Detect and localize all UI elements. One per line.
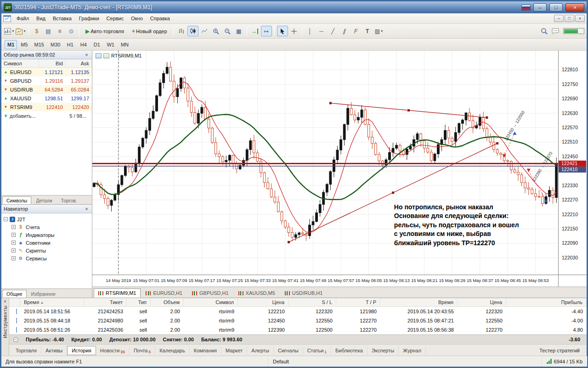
- timeframe-m30[interactable]: M30: [48, 40, 63, 49]
- market-watch-tab-details[interactable]: Детали: [32, 196, 56, 204]
- toolbox-toggle[interactable]: ⊙: [66, 26, 77, 36]
- search-button[interactable]: [538, 26, 549, 36]
- nav-item-experts[interactable]: +◆Советники: [4, 239, 92, 247]
- chart-tab-rtsrim9-m1[interactable]: RTSRIM9,M1: [94, 288, 141, 298]
- timeframe-d1[interactable]: D1: [90, 40, 103, 49]
- market-watch-row[interactable]: ▼USD/RUB64.528465.0284: [1, 85, 92, 94]
- history-row[interactable]: 2019.05.15 08:51:26212425036sell2.00rtsr…: [9, 325, 587, 334]
- text-tool-button[interactable]: T: [362, 26, 373, 36]
- market-watch-tab-symbols[interactable]: Символы: [2, 196, 31, 204]
- trend-line-handle[interactable]: [392, 191, 394, 194]
- chart-shift-button[interactable]: ↦: [261, 26, 272, 36]
- chart-tab-gbpusd-h1[interactable]: GBPUSD,H1: [187, 288, 233, 298]
- history-column-time_close[interactable]: Время: [380, 298, 458, 306]
- profiles-button[interactable]: ▾: [15, 26, 26, 36]
- tree-expand-icon[interactable]: +: [11, 233, 16, 237]
- column-symbol[interactable]: Символ: [1, 59, 39, 67]
- minimize-button[interactable]: –: [533, 3, 547, 12]
- trend-line-handle[interactable]: [407, 109, 410, 111]
- history-column-sl[interactable]: S / L: [288, 298, 336, 306]
- status-profile[interactable]: Default: [269, 356, 543, 367]
- history-column-time_open[interactable]: Время▲: [20, 298, 85, 306]
- toolbox-tab-mail[interactable]: Почта6: [130, 346, 155, 355]
- toolbox-tab-market[interactable]: Маркет: [221, 346, 247, 355]
- toolbox-tab-trade[interactable]: Торговля: [11, 346, 41, 355]
- horizontal-line-button[interactable]: ─: [316, 26, 327, 36]
- history-row[interactable]: 2019.05.15 08:44:18212424980sell2.00rtsr…: [9, 316, 587, 325]
- chart-tab-eurusd-h1[interactable]: EURUSD,H1: [141, 288, 187, 298]
- autoscroll-button[interactable]: →: [249, 26, 260, 36]
- toolbox-tab-calendar[interactable]: Календарь: [155, 346, 190, 355]
- history-column-symbol[interactable]: Символ: [184, 298, 238, 306]
- menu-insert[interactable]: Вставка: [49, 14, 75, 23]
- market-watch-close-icon[interactable]: ×: [84, 52, 90, 58]
- toolbox-tab-assets[interactable]: Активы: [41, 346, 67, 355]
- nav-item-scripts[interactable]: +✎Скрипты: [4, 247, 92, 254]
- zoom-in-button[interactable]: [210, 26, 221, 36]
- history-column-tp[interactable]: T / P: [336, 298, 380, 306]
- tree-expand-icon[interactable]: +: [11, 225, 16, 229]
- timeframe-m5[interactable]: M5: [18, 40, 30, 49]
- chart-tab-xauusd-m5[interactable]: XAUUSD,M5: [234, 288, 280, 298]
- tree-expand-icon[interactable]: +: [11, 248, 16, 253]
- strategy-tester-tab[interactable]: Тестер стратегий: [535, 348, 584, 353]
- candles-chart-button[interactable]: [187, 26, 198, 36]
- history-row[interactable]: 2019.05.14 18:51:56212424253sell2.00rtsr…: [9, 307, 587, 316]
- column-bid[interactable]: Bid: [39, 59, 66, 67]
- objects-button[interactable]: ▨▾: [373, 26, 384, 36]
- menu-view[interactable]: Вид: [33, 14, 49, 23]
- toolbox-tab-news[interactable]: Новости99: [96, 346, 130, 355]
- child-minimize-button[interactable]: –: [554, 15, 564, 22]
- new-chart-button[interactable]: ▾: [4, 26, 15, 36]
- timeframe-h4[interactable]: H4: [77, 40, 90, 49]
- trend-line-handle[interactable]: [288, 241, 290, 243]
- toolbox-tab-company[interactable]: Компания: [190, 346, 221, 355]
- toolbox-tab-history[interactable]: История: [67, 346, 96, 355]
- menu-help[interactable]: Справка: [147, 14, 174, 23]
- data-window-toggle[interactable]: ▤: [43, 26, 54, 36]
- crosshair-button[interactable]: [288, 26, 300, 36]
- collapse-summary-icon[interactable]: −: [13, 337, 18, 342]
- fibonacci-button[interactable]: F: [351, 26, 362, 36]
- maximize-button[interactable]: □: [549, 3, 563, 12]
- child-close-button[interactable]: ×: [575, 15, 585, 22]
- history-column-price_open[interactable]: Цена: [238, 298, 288, 306]
- timeframe-m1[interactable]: M1: [5, 40, 17, 49]
- close-button[interactable]: ×: [565, 3, 584, 12]
- nav-item-indicators[interactable]: +ƒИндикаторы: [4, 231, 92, 239]
- menu-charts[interactable]: Графики: [75, 14, 103, 23]
- navigator-tab-common[interactable]: Общие: [2, 290, 27, 298]
- tree-collapse-icon[interactable]: −: [4, 217, 8, 221]
- nav-item-accounts[interactable]: +$Счета: [4, 223, 92, 231]
- toolbox-tab-signals[interactable]: Сигналы: [274, 346, 303, 355]
- history-column-type[interactable]: Тип: [127, 298, 151, 306]
- timeframe-m15[interactable]: M15: [32, 40, 47, 49]
- history-column-profit[interactable]: Прибыль: [506, 298, 587, 306]
- channel-button[interactable]: ∥: [339, 26, 350, 36]
- toolbox-close-icon[interactable]: ×: [4, 299, 6, 304]
- trend-line-handle[interactable]: [329, 102, 332, 104]
- market-watch-toggle[interactable]: $: [31, 26, 42, 36]
- menu-service[interactable]: Сервис: [103, 14, 128, 23]
- vertical-line-button[interactable]: │: [305, 26, 316, 36]
- zoom-out-button[interactable]: [222, 26, 233, 36]
- child-restore-button[interactable]: □: [565, 15, 574, 22]
- toolbox-tab-alerts[interactable]: Алерты: [247, 346, 274, 355]
- navigator-toggle[interactable]: ≡: [54, 26, 65, 36]
- tree-expand-icon[interactable]: +: [11, 241, 16, 245]
- history-column-volume[interactable]: Объем: [151, 298, 184, 306]
- trendline-button[interactable]: ╱: [328, 26, 339, 36]
- autotrading-button[interactable]: ▶ Авто-торговля: [82, 26, 128, 36]
- line-chart-button[interactable]: [199, 26, 210, 36]
- timeframe-w1[interactable]: W1: [104, 40, 117, 49]
- nav-root[interactable]: −JJ2T: [4, 215, 92, 223]
- history-column-ticket[interactable]: Тикет: [85, 298, 127, 306]
- column-ask[interactable]: Ask: [66, 59, 92, 67]
- timeframe-h1[interactable]: H1: [64, 40, 76, 49]
- tile-windows-button[interactable]: ▦: [233, 26, 244, 36]
- menu-window[interactable]: Окно: [127, 14, 147, 23]
- bars-chart-button[interactable]: [176, 26, 187, 36]
- market-watch-row[interactable]: ▲EURUSD1.121211.12135: [1, 68, 92, 76]
- trend-line-handle[interactable]: [486, 116, 488, 119]
- history-column-price_close[interactable]: Цена: [458, 298, 506, 306]
